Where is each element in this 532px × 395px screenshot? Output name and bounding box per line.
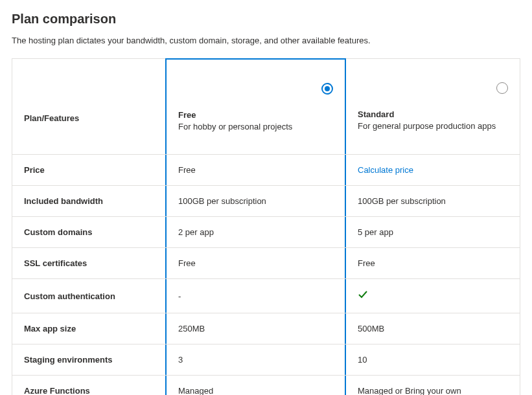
label-staging: Staging environments xyxy=(12,344,166,375)
value-auth-free: - xyxy=(165,279,346,313)
value-ssl-free: Free xyxy=(165,248,346,278)
plan-standard-header[interactable]: Standard For general purpose production … xyxy=(346,59,520,154)
value-auth-standard xyxy=(346,279,520,313)
row-appsize: Max app size 250MB 500MB xyxy=(12,313,520,344)
label-appsize: Max app size xyxy=(12,313,166,344)
label-price: Price xyxy=(12,155,166,185)
value-price-free: Free xyxy=(165,155,346,185)
plan-free-header[interactable]: Free For hobby or personal projects xyxy=(165,58,346,154)
plan-free-radio[interactable] xyxy=(321,83,333,95)
value-price-standard: Calculate price xyxy=(346,155,520,185)
value-domains-free: 2 per app xyxy=(165,217,346,247)
value-staging-standard: 10 xyxy=(346,344,520,375)
page-subtitle: The hosting plan dictates your bandwidth… xyxy=(12,36,520,45)
row-functions: Azure Functions Managed Managed or Bring… xyxy=(12,375,520,395)
plan-standard-desc: For general purpose production apps xyxy=(358,121,508,131)
row-ssl: SSL certificates Free Free xyxy=(12,247,520,278)
plan-comparison-table: Plan/Features Free For hobby or personal… xyxy=(12,58,520,395)
value-domains-standard: 5 per app xyxy=(346,217,520,247)
plan-free-desc: For hobby or personal projects xyxy=(178,122,333,131)
features-header-label: Plan/Features xyxy=(24,113,154,123)
value-ssl-standard: Free xyxy=(346,248,520,278)
value-appsize-free: 250MB xyxy=(165,313,346,344)
label-functions: Azure Functions xyxy=(12,376,166,395)
value-functions-free: Managed xyxy=(165,376,346,395)
value-appsize-standard: 500MB xyxy=(346,313,520,344)
page-title: Plan comparison xyxy=(12,12,520,27)
value-functions-standard: Managed or Bring your own xyxy=(346,376,520,395)
label-domains: Custom domains xyxy=(12,217,166,247)
row-price: Price Free Calculate price xyxy=(12,154,520,185)
row-domains: Custom domains 2 per app 5 per app xyxy=(12,216,520,247)
label-auth: Custom authentication xyxy=(12,279,166,313)
checkmark-icon xyxy=(358,289,508,302)
row-auth: Custom authentication - xyxy=(12,278,520,313)
label-bandwidth: Included bandwidth xyxy=(12,186,166,216)
value-bandwidth-free: 100GB per subscription xyxy=(165,186,346,216)
value-bandwidth-standard: 100GB per subscription xyxy=(346,186,520,216)
value-staging-free: 3 xyxy=(165,344,346,375)
row-staging: Staging environments 3 10 xyxy=(12,344,520,375)
plan-standard-name: Standard xyxy=(358,109,508,119)
row-bandwidth: Included bandwidth 100GB per subscriptio… xyxy=(12,185,520,216)
label-ssl: SSL certificates xyxy=(12,248,166,278)
plan-free-name: Free xyxy=(178,110,333,120)
plan-standard-radio[interactable] xyxy=(496,82,508,94)
features-column-header: Plan/Features xyxy=(12,59,166,154)
calculate-price-link[interactable]: Calculate price xyxy=(358,165,508,175)
table-header-row: Plan/Features Free For hobby or personal… xyxy=(12,59,520,154)
